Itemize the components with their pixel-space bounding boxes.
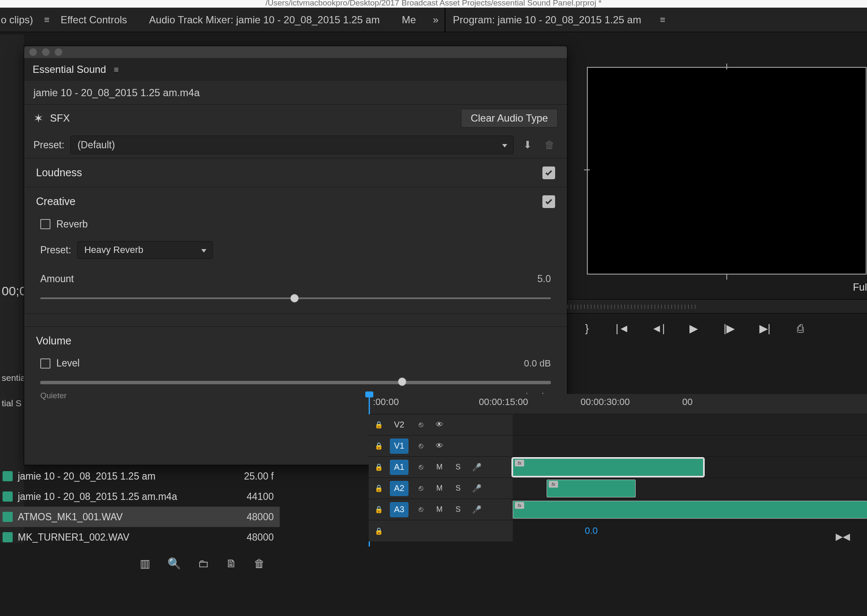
track-body[interactable]: fx — [513, 457, 867, 477]
mute-button[interactable]: M — [433, 482, 446, 495]
overflow-icon[interactable]: » — [427, 14, 445, 26]
reverb-preset-dropdown[interactable]: Heavy Reverb — [77, 241, 213, 259]
track-tag[interactable]: A2 — [390, 481, 408, 496]
bin-row[interactable]: MK_TURNER1_002.WAV 48000 — [0, 527, 280, 547]
new-item-icon[interactable]: 🗎 — [226, 557, 237, 570]
min-dot[interactable] — [42, 48, 50, 56]
clip-file-label: jamie 10 - 20_08_2015 1.25 am.m4a — [24, 81, 567, 105]
voice-over-icon[interactable]: 🎤 — [470, 503, 483, 516]
play-icon[interactable]: ▶ — [686, 321, 701, 336]
loudness-section-header[interactable]: Loudness — [24, 158, 567, 187]
amount-row: Amount 5.0 — [40, 273, 551, 285]
handle-bottom[interactable] — [726, 274, 727, 280]
reverb-checkbox[interactable] — [40, 219, 50, 229]
search-icon[interactable]: 🔍 — [167, 557, 181, 570]
panel-menu-icon[interactable]: ≡ — [44, 14, 50, 25]
export-frame-icon[interactable]: ⎙ — [793, 321, 808, 336]
step-back-icon[interactable]: ◄| — [651, 321, 665, 336]
track-header: 🔒 V1 ⎋ 👁 — [369, 436, 513, 456]
go-out-icon[interactable]: ▶| — [758, 321, 772, 336]
volume-section-header[interactable]: Volume — [24, 326, 567, 355]
track-tag[interactable]: V1 — [390, 438, 408, 454]
tab-program[interactable]: Program: jamie 10 - 20_08_2015 1.25 am — [453, 14, 652, 26]
bin-row[interactable]: jamie 10 - 20_08_2015 1.25 am.m4a 44100 — [0, 486, 280, 507]
sync-lock-icon[interactable]: ⎋ — [414, 461, 427, 474]
track-body[interactable]: fx — [513, 478, 867, 499]
amount-value[interactable]: 5.0 — [537, 273, 551, 285]
list-view-icon[interactable]: ▥ — [140, 557, 150, 570]
lock-icon[interactable]: 🔒 — [375, 505, 384, 513]
sync-lock-icon[interactable]: ⎋ — [414, 482, 427, 495]
lock-icon[interactable]: 🔒 — [375, 442, 384, 450]
lock-icon[interactable]: 🔒 — [375, 463, 384, 471]
new-bin-icon[interactable]: 🗀 — [198, 557, 209, 570]
track-body[interactable]: fx — [513, 499, 867, 520]
solo-button[interactable]: S — [452, 503, 464, 516]
tab-effect-controls[interactable]: Effect Controls — [50, 14, 138, 26]
master-header: 🔒 — [369, 520, 513, 541]
voice-over-icon[interactable]: 🎤 — [470, 482, 483, 495]
preset-dropdown[interactable]: (Default) — [70, 136, 514, 154]
close-dot[interactable] — [29, 48, 37, 56]
go-in-icon[interactable]: |◄ — [615, 321, 630, 336]
level-value[interactable]: 0.0 dB — [524, 358, 551, 369]
audio-clip[interactable]: fx — [513, 501, 867, 519]
lock-icon[interactable]: 🔒 — [375, 421, 384, 429]
delete-icon[interactable]: 🗑 — [254, 557, 265, 570]
level-slider-knob[interactable] — [398, 377, 406, 386]
zoom-dot[interactable] — [55, 48, 62, 56]
lock-icon[interactable]: 🔒 — [375, 484, 384, 492]
tab-source[interactable]: o clips) — [0, 14, 44, 26]
timecode-label: 00 — [682, 397, 692, 408]
solo-button[interactable]: S — [452, 482, 464, 495]
mute-button[interactable]: M — [433, 503, 446, 516]
level-row: Level 0.0 dB — [40, 358, 551, 369]
track-header: 🔒 A3 ⎋ M S 🎤 — [369, 499, 513, 520]
loudness-checkbox[interactable] — [542, 166, 555, 179]
out-bracket-icon[interactable]: } — [580, 321, 594, 336]
voice-over-icon[interactable]: 🎤 — [470, 461, 483, 474]
handle-top[interactable] — [726, 64, 727, 69]
tab-audio-mixer[interactable]: Audio Track Mixer: jamie 10 - 20_08_2015… — [138, 14, 391, 26]
bin-row[interactable]: jamie 10 - 20_08_2015 1.25 am 25.00 f — [0, 466, 280, 486]
step-fwd-icon[interactable]: |▶ — [722, 321, 736, 336]
sync-lock-icon[interactable]: ⎋ — [414, 440, 427, 452]
lock-icon[interactable]: 🔒 — [375, 527, 383, 535]
amount-slider[interactable] — [40, 294, 551, 302]
level-slider[interactable] — [40, 377, 551, 386]
audio-clip[interactable]: fx — [513, 458, 703, 476]
handle-left[interactable] — [584, 169, 590, 170]
audio-clip[interactable]: fx — [547, 480, 636, 497]
full-quality-label[interactable]: Ful — [853, 281, 867, 293]
panel-hamburger-icon[interactable]: ≡ — [114, 65, 119, 75]
reverb-preset-label: Preset: — [40, 244, 71, 256]
speaker-icon[interactable]: ▶◀ — [836, 531, 850, 542]
mute-button[interactable]: M — [433, 461, 446, 474]
program-menu-icon[interactable]: ≡ — [660, 14, 665, 25]
master-value[interactable]: 0.0 — [585, 525, 598, 536]
track-body[interactable] — [513, 414, 867, 435]
workspace-tab-bar: o clips) ≡ Effect Controls Audio Track M… — [0, 8, 867, 32]
solo-button[interactable]: S — [452, 461, 464, 474]
track-tag[interactable]: A3 — [390, 502, 408, 517]
master-body: 0.0 ▶◀ — [513, 525, 867, 536]
sync-lock-icon[interactable]: ⎋ — [414, 503, 427, 516]
delete-preset-icon: 🗑 — [542, 137, 558, 153]
track-header: 🔒 V2 ⎋ 👁 — [369, 414, 513, 435]
level-checkbox[interactable] — [40, 358, 50, 369]
sync-lock-icon[interactable]: ⎋ — [414, 419, 427, 431]
track-tag[interactable]: A1 — [390, 460, 408, 475]
bin-toolbar: ▥ 🔍 🗀 🗎 🗑 — [0, 551, 280, 576]
track-tag[interactable]: V2 — [390, 417, 408, 433]
tab-more[interactable]: Me — [391, 14, 427, 26]
eye-icon[interactable]: 👁 — [433, 440, 446, 452]
creative-section-header[interactable]: Creative — [24, 187, 567, 216]
clear-audio-type-button[interactable]: Clear Audio Type — [461, 109, 558, 128]
bin-row[interactable]: ATMOS_MK1_001.WAV 48000 — [0, 507, 280, 527]
amount-slider-knob[interactable] — [290, 294, 299, 302]
save-preset-icon[interactable]: ⬇ — [520, 137, 536, 153]
creative-checkbox[interactable] — [542, 195, 555, 208]
eye-icon[interactable]: 👁 — [433, 419, 446, 431]
track-body[interactable] — [513, 436, 867, 456]
timeline-ruler[interactable]: :00:00 00:00:15:00 00:00:30:00 00 — [369, 394, 867, 414]
